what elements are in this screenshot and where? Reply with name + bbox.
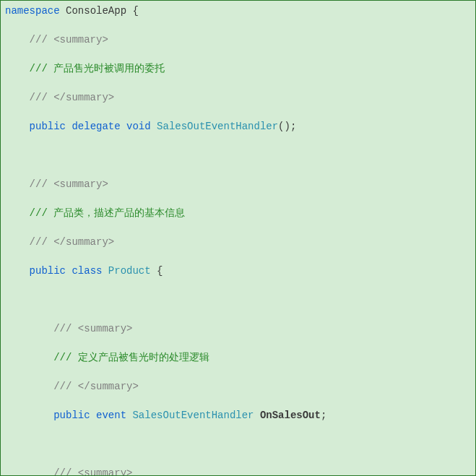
xml-doc-tag: /// <summary> [53,323,132,334]
keyword-namespace: namespace [5,5,60,17]
xml-doc-text: /// 定义产品被售光时的处理逻辑 [53,352,209,363]
code-block: namespace ConsoleApp { /// <summary> ///… [1,4,475,476]
xml-doc-tag: /// </summary> [53,381,139,392]
namespace-name: ConsoleApp [66,5,126,17]
keyword-void: void [126,121,151,132]
keyword-event: event [96,410,126,421]
event-type: SalesOutEventHandler [132,410,254,421]
keyword-class: class [72,265,102,277]
xml-doc-tag: /// <summary> [30,178,108,190]
class-name: Product [108,265,151,277]
keyword-public: public [53,410,90,421]
keyword-delegate: delegate [72,121,120,132]
keyword-public: public [30,265,66,277]
keyword-public: public [30,121,66,132]
xml-doc-tag: /// </summary> [30,236,115,248]
xml-doc-tag: /// </summary> [30,92,115,103]
xml-doc-tag: /// <summary> [30,34,108,46]
delegate-type: SalesOutEventHandler [157,121,278,132]
xml-doc-text: /// 产品售光时被调用的委托 [30,63,165,74]
xml-doc-text: /// 产品类，描述产品的基本信息 [30,207,186,219]
event-name: OnSalesOut [260,410,321,421]
xml-doc-tag: /// <summary> [53,467,132,476]
